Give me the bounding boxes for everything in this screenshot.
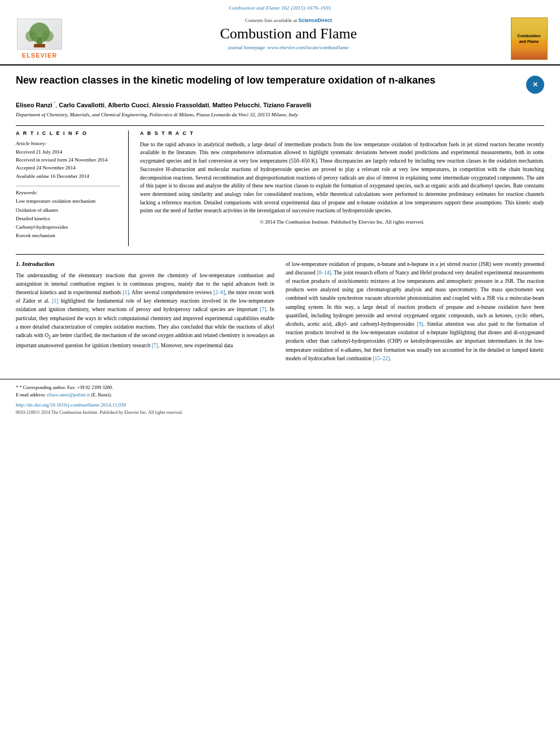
author-cavallotti: Carlo Cavallotti [59, 102, 104, 108]
right-content-col: of low-temperature oxidation of propane,… [286, 260, 544, 368]
main-content: 1. Introduction The understanding of the… [0, 260, 560, 368]
keyword-3: Detailed kinetics [16, 215, 120, 223]
keyword-4: Carbonyl-hydroperoxides [16, 223, 120, 231]
article-history-heading: Article history: [16, 141, 120, 146]
ref-7[interactable]: [7] [260, 307, 266, 312]
article-body: New reaction classes in the kinetic mode… [0, 65, 560, 246]
footer-issn: 0010-2180/© 2014 The Combustion Institut… [16, 410, 544, 415]
svg-rect-4 [34, 44, 45, 47]
sciencedirect-line: Contents lists available at ScienceDirec… [73, 18, 504, 23]
page: Combustion and Flame 162 (2015) 1679–169… [0, 0, 560, 747]
affiliation: Department of Chemistry, Materials, and … [16, 112, 544, 117]
abstract-col: A B S T R A C T Due to the rapid advance… [140, 130, 544, 246]
author-ranzi: Eliseo Ranzi [16, 102, 53, 108]
author-cuoci: Alberto Cuoci [108, 102, 148, 108]
crossmark-badge[interactable]: ✕ [526, 76, 544, 94]
keywords-heading: Keywords: [16, 190, 120, 195]
ref-9[interactable]: [9] [417, 321, 423, 327]
contents-available-text: Contents lists available at [245, 18, 297, 23]
journal-ref-bar: Combustion and Flame 162 (2015) 1679–169… [0, 0, 560, 13]
svg-point-3 [42, 30, 54, 42]
ref-7b[interactable]: [7] [152, 343, 158, 348]
footnote-email-label: E-mail address: [16, 392, 46, 397]
header-center: Contents lists available at ScienceDirec… [73, 18, 504, 64]
ref-8-14[interactable]: [8–14] [317, 270, 331, 276]
left-content-col: 1. Introduction The understanding of the… [16, 260, 274, 368]
info-abstract-section: A R T I C L E I N F O Article history: R… [16, 125, 544, 246]
article-info-heading: A R T I C L E I N F O [16, 130, 120, 136]
article-history-block: Article history: Received 21 July 2014 R… [16, 141, 120, 181]
crossmark-icon: ✕ [530, 79, 541, 90]
ref-1[interactable]: [1] [123, 290, 129, 295]
keyword-2: Oxidation of alkanes [16, 206, 120, 215]
authors-line: Eliseo Ranzi *, Carlo Cavallotti, Albert… [16, 101, 544, 108]
journal-homepage: journal homepage: www.elsevier.com/locat… [73, 45, 504, 50]
article-info-col: A R T I C L E I N F O Article history: R… [16, 130, 129, 246]
keyword-5: Korcek mechanism [16, 231, 120, 240]
ref-2-6[interactable]: [2–6] [213, 290, 225, 295]
ref-1b[interactable]: [1] [52, 298, 58, 304]
footnote-corresponding: * * Corresponding author. Fax: +39 02 23… [16, 384, 544, 391]
elsevier-wordmark: ELSEVIER [22, 52, 57, 59]
abstract-heading: A B S T R A C T [140, 130, 544, 136]
keywords-list: Low temperature oxidation mechanism Oxid… [16, 197, 120, 240]
intro-text-left: The understanding of the elementary reac… [16, 272, 274, 350]
intro-para-1: The understanding of the elementary reac… [16, 272, 274, 350]
journal-cover: Combustionand Flame [509, 18, 549, 64]
elsevier-tree-icon [20, 20, 59, 49]
author-pelucchi: Matteo Pelucchi [212, 102, 260, 108]
author-faravelli: Tiziano Faravelli [263, 102, 311, 108]
body-divider [16, 254, 544, 255]
cover-box: Combustionand Flame [511, 18, 548, 60]
sciencedirect-link[interactable]: ScienceDirect [298, 18, 332, 23]
intro-para-2: of low-temperature oxidation of propane,… [286, 260, 544, 363]
svg-point-2 [25, 30, 37, 42]
journal-ref-top: Combustion and Flame 162 (2015) 1679–169… [229, 5, 331, 11]
article-title-row: New reaction classes in the kinetic mode… [16, 73, 544, 94]
intro-text-right: of low-temperature oxidation of propane,… [286, 260, 544, 363]
footnote-email-name: (E. Ranzi). [91, 392, 112, 397]
ref-15-22[interactable]: [15–22] [373, 356, 390, 361]
accepted-date: Accepted 24 November 2014 [16, 164, 120, 172]
keyword-1: Low temperature oxidation mechanism [16, 197, 120, 206]
received-date: Received 21 July 2014 [16, 148, 120, 156]
svg-text:✕: ✕ [532, 81, 538, 88]
elsevier-logo-image [17, 19, 62, 50]
doi-link[interactable]: http://dx.doi.org/10.1016/j.combustflame… [16, 402, 126, 408]
footnote-corresponding-text: * Corresponding author. Fax: +39 02 2399… [19, 385, 113, 390]
footnote-email-line: E-mail address: eliseo.ranzi@polimi.it (… [16, 391, 544, 399]
intro-section-title: 1. Introduction [16, 260, 274, 267]
info-divider [16, 186, 120, 186]
revised-date: Received in revised form 24 November 201… [16, 156, 120, 164]
abstract-paragraph: Due to the rapid advance in analytical m… [140, 141, 544, 215]
article-title: New reaction classes in the kinetic mode… [16, 73, 526, 88]
keywords-block: Keywords: Low temperature oxidation mech… [16, 190, 120, 240]
author-frassoldati: Alessio Frassoldati [152, 102, 209, 108]
abstract-text: Due to the rapid advance in analytical m… [140, 141, 544, 226]
elsevier-logo: ELSEVIER [11, 18, 68, 64]
available-date: Available online 16 December 2014 [16, 172, 120, 180]
abstract-copyright: © 2014 The Combustion Institute. Publish… [140, 219, 544, 226]
page-footer: * * Corresponding author. Fax: +39 02 23… [0, 379, 560, 420]
header-section: ELSEVIER Contents lists available at Sci… [0, 13, 560, 65]
cover-title: Combustionand Flame [518, 33, 541, 43]
footnote-email-address[interactable]: eliseo.ranzi@polimi.it [47, 392, 90, 397]
journal-title: Combustion and Flame [73, 25, 504, 42]
